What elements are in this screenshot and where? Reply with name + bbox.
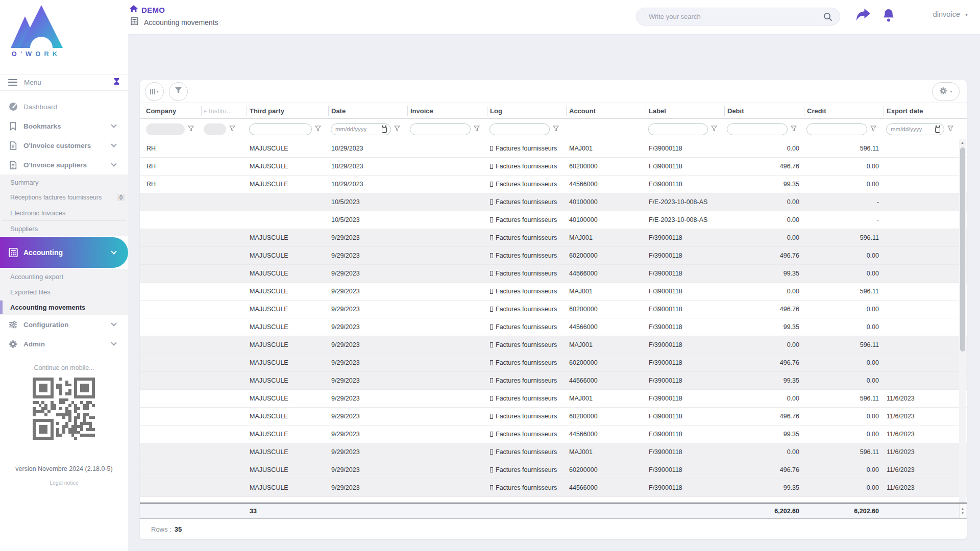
table-row[interactable]: RH MAJUSCULE 10/29/2023 Factures fournis… xyxy=(140,157,967,175)
debit-filter-input[interactable] xyxy=(727,123,788,135)
log-filter-input[interactable] xyxy=(489,123,550,135)
column-header-date[interactable]: Date xyxy=(328,106,407,116)
filter-button[interactable] xyxy=(169,82,188,101)
scroll-up-icon[interactable]: ▲ xyxy=(959,141,966,144)
funnel-icon[interactable] xyxy=(394,124,400,134)
table-row[interactable]: RH MAJUSCULE 10/29/2023 Factures fournis… xyxy=(140,175,967,193)
sidebar-item-exported-files[interactable]: Exported files xyxy=(0,284,128,299)
scrollbar-end-buttons[interactable]: ▲ ▼ xyxy=(959,504,966,518)
funnel-icon[interactable] xyxy=(474,124,480,134)
log-text: Factures fournisseurs xyxy=(496,216,557,223)
column-header-third-party[interactable]: Third party xyxy=(247,106,328,116)
table-row[interactable]: MAJUSCULE 9/29/2023 Factures fournisseur… xyxy=(140,336,967,354)
cell-label: F/E-2023-10-008-AS xyxy=(646,198,724,206)
pin-sidebar-icon[interactable] xyxy=(113,78,120,87)
table-row[interactable]: MAJUSCULE 9/29/2023 Factures fournisseur… xyxy=(140,300,967,318)
table-row[interactable]: MAJUSCULE 9/29/2023 Factures fournisseur… xyxy=(140,354,967,371)
funnel-icon[interactable] xyxy=(791,124,797,134)
search-input[interactable] xyxy=(649,8,817,25)
app-logo[interactable]: O'WORK xyxy=(8,5,64,58)
sidebar-item-accounting-movements[interactable]: Accounting movements xyxy=(0,299,128,315)
column-header-export-date[interactable]: Export date xyxy=(884,106,961,116)
table-row[interactable]: MAJUSCULE 9/29/2023 Factures fournisseur… xyxy=(140,318,967,336)
breadcrumb[interactable]: DEMO xyxy=(130,5,165,14)
table-row[interactable]: MAJUSCULE 9/29/2023 Factures fournisseur… xyxy=(140,229,967,246)
table-row[interactable]: MAJUSCULE 9/29/2023 Factures fournisseur… xyxy=(140,282,967,300)
missing-glyph-icon xyxy=(490,432,493,437)
funnel-icon[interactable] xyxy=(947,124,953,134)
cell-account: 44566000 xyxy=(566,181,646,188)
sidebar-item-accounting-export[interactable]: Accounting export xyxy=(0,269,128,284)
sidebar-item-receptions-factures[interactable]: Réceptions factures fournisseurs 0 xyxy=(0,190,128,205)
cell-third-party: MAJUSCULE xyxy=(247,270,328,277)
scroll-up-icon[interactable]: ▲ xyxy=(961,507,964,510)
table-row[interactable]: MAJUSCULE 9/29/2023 Factures fournisseur… xyxy=(140,389,967,407)
cell-credit: 596.11 xyxy=(804,395,884,402)
column-header-institution[interactable]: ▸Institu... xyxy=(201,106,247,116)
cell-log: Factures fournisseurs xyxy=(487,181,566,188)
sidebar-item-dashboard[interactable]: Dashboard xyxy=(0,97,128,116)
table-row[interactable]: MAJUSCULE 9/29/2023 Factures fournisseur… xyxy=(140,479,967,496)
funnel-icon[interactable] xyxy=(315,124,321,134)
sidebar-item-oinvoice-customers[interactable]: O'Invoice customers xyxy=(0,136,128,155)
column-header-credit[interactable]: Credit xyxy=(804,106,884,116)
mountain-logo-icon xyxy=(8,5,64,48)
sidebar-item-admin[interactable]: Admin xyxy=(0,334,128,354)
table-row[interactable]: MAJUSCULE 9/29/2023 Factures fournisseur… xyxy=(140,371,967,389)
table-row[interactable]: MAJUSCULE 9/29/2023 Factures fournisseur… xyxy=(140,443,967,461)
funnel-icon[interactable] xyxy=(229,124,235,134)
scroll-down-icon[interactable]: ▼ xyxy=(961,511,964,515)
cell-credit: 596.11 xyxy=(804,288,884,295)
column-chooser-button[interactable]: ▾ xyxy=(145,82,164,101)
funnel-icon[interactable] xyxy=(553,124,559,134)
column-header-log[interactable]: Log xyxy=(487,106,566,116)
column-header-debit[interactable]: Debit xyxy=(724,106,804,116)
share-icon[interactable] xyxy=(855,8,871,23)
table-row[interactable]: MAJUSCULE 9/29/2023 Factures fournisseur… xyxy=(140,246,967,264)
calendar-icon[interactable] xyxy=(935,127,940,133)
institution-filter-input xyxy=(204,123,226,135)
cell-third-party: MAJUSCULE xyxy=(247,181,328,188)
table-row[interactable]: 10/5/2023 Factures fournisseurs 40100000… xyxy=(140,193,967,211)
table-row[interactable]: RH MAJUSCULE 10/29/2023 Factures fournis… xyxy=(140,139,967,157)
sidebar-item-accounting[interactable]: Accounting xyxy=(0,237,128,268)
log-text: Factures fournisseurs xyxy=(496,163,557,170)
credit-filter-input[interactable] xyxy=(806,123,867,135)
table-row[interactable]: MAJUSCULE 9/29/2023 Factures fournisseur… xyxy=(140,407,967,425)
sidebar-item-configuration[interactable]: Configuration xyxy=(0,315,128,334)
table-row[interactable]: 10/5/2023 Factures fournisseurs 40100000… xyxy=(140,211,967,229)
log-text: Factures fournisseurs xyxy=(496,359,557,366)
cell-date: 9/29/2023 xyxy=(328,431,407,438)
invoice-filter-input[interactable] xyxy=(410,123,471,135)
table-row[interactable]: MAJUSCULE 9/29/2023 Factures fournisseur… xyxy=(140,461,967,479)
cell-third-party: MAJUSCULE xyxy=(247,413,328,420)
sidebar-item-bookmarks[interactable]: Bookmarks xyxy=(0,116,128,136)
funnel-icon[interactable] xyxy=(711,124,717,134)
sidebar-item-suppliers[interactable]: Suppliers xyxy=(0,221,128,236)
table-row[interactable]: MAJUSCULE 9/29/2023 Factures fournisseur… xyxy=(140,425,967,443)
column-header-invoice[interactable]: Invoice xyxy=(407,106,487,116)
company-filter-input xyxy=(146,123,185,135)
third-party-filter-input[interactable] xyxy=(249,123,312,135)
search-icon[interactable] xyxy=(823,12,832,23)
user-menu[interactable]: dinvoice ▾ xyxy=(933,10,968,18)
menu-toggle-row[interactable]: Menu xyxy=(0,74,128,91)
funnel-icon[interactable] xyxy=(188,124,194,134)
bookmark-icon xyxy=(8,121,18,131)
calendar-icon[interactable] xyxy=(382,127,387,133)
funnel-icon[interactable] xyxy=(870,124,876,134)
table-row[interactable]: MAJUSCULE 9/29/2023 Factures fournisseur… xyxy=(140,264,967,282)
sidebar-item-electronic-invoices[interactable]: Electronic Invoices xyxy=(0,205,128,220)
bell-icon[interactable] xyxy=(883,8,895,24)
legal-notice-link[interactable]: Legal notice xyxy=(0,480,128,486)
column-header-account[interactable]: Account xyxy=(566,106,646,116)
scrollbar-thumb[interactable] xyxy=(960,147,965,352)
table-settings-button[interactable]: ▾ xyxy=(932,82,960,101)
column-header-company[interactable]: Company xyxy=(143,106,201,116)
label-filter-input[interactable] xyxy=(648,123,708,135)
vertical-scrollbar[interactable]: ▲ xyxy=(959,139,966,503)
sidebar-item-oinvoice-suppliers[interactable]: O'Invoice suppliers xyxy=(0,155,128,174)
column-header-label[interactable]: Label xyxy=(646,106,724,116)
sidebar-item-label: Suppliers xyxy=(10,225,38,233)
sidebar-item-summary[interactable]: Summary xyxy=(0,174,128,190)
